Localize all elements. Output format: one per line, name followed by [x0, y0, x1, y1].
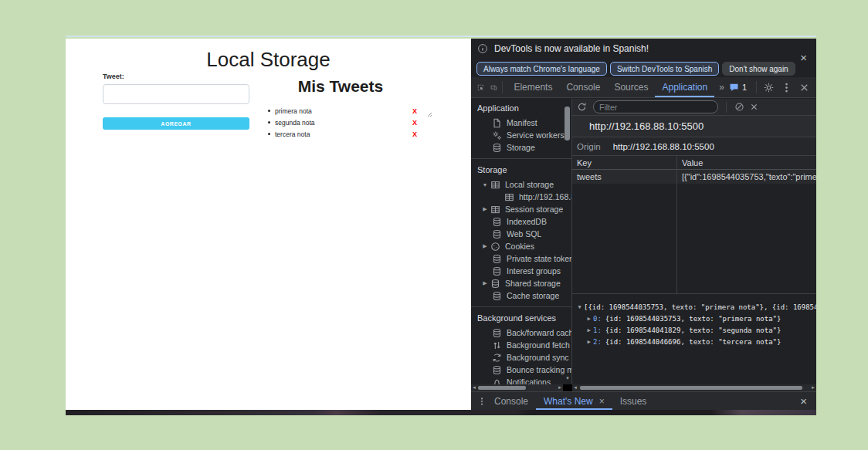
collapse-arrow-icon[interactable]: ▼ — [575, 304, 584, 310]
expand-arrow-icon[interactable]: ▶ — [480, 243, 490, 249]
expand-arrow-icon[interactable]: ▶ — [585, 339, 593, 345]
issues-chat-icon[interactable] — [729, 83, 739, 93]
scroll-left-arrow-icon[interactable]: ◄ — [471, 384, 477, 391]
tweet-form: Tweet: AGREGAR — [103, 73, 249, 130]
entry-value: {id: 1698544046696, texto: "tercera nota… — [605, 338, 782, 346]
webpage: Local Storage Tweet: AGREGAR Mis Tweets … — [66, 39, 471, 410]
column-value[interactable]: Value — [676, 158, 816, 167]
sidebar-item-local-storage[interactable]: ▼ Local storage — [471, 178, 571, 191]
bell-icon — [492, 377, 502, 385]
database-icon — [492, 254, 502, 264]
sidebar-item-interest-groups[interactable]: Interest groups — [471, 265, 571, 277]
scrollbar-thumb[interactable] — [580, 386, 802, 390]
devtools-close-icon[interactable] — [798, 82, 810, 93]
inspect-element-icon[interactable] — [477, 82, 484, 93]
more-tabs-icon[interactable]: » — [714, 82, 729, 93]
column-key[interactable]: Key — [572, 158, 676, 167]
sidebar-item-background-fetch[interactable]: Background fetch — [471, 339, 571, 351]
scrollbar-down-arrow-icon[interactable]: ▼ — [565, 375, 571, 381]
scrollbar-row: ◄ ► ◄ ► — [471, 384, 816, 391]
add-tweet-button[interactable]: AGREGAR — [103, 117, 249, 130]
tweet-text: segunda nota — [275, 119, 315, 127]
dont-show-again-button[interactable]: Don't show again — [722, 62, 795, 76]
language-infobar: DevTools is now available in Spanish! × … — [471, 39, 816, 78]
database-icon — [492, 229, 502, 239]
device-toolbar-icon[interactable] — [490, 82, 497, 93]
delete-selected-icon[interactable] — [749, 102, 759, 112]
sidebar-item-private-state-tokens[interactable]: Private state tokens — [471, 252, 571, 265]
delete-tweet-button[interactable]: X — [412, 107, 417, 115]
textarea-resize-icon[interactable] — [427, 107, 432, 112]
drawer-close-icon[interactable]: × — [800, 394, 807, 408]
filter-input[interactable] — [593, 100, 718, 113]
devtools-panel: DevTools is now available in Spanish! × … — [471, 39, 816, 410]
sidebar-horizontal-scrollbar[interactable]: ◄ ► — [471, 384, 563, 391]
scroll-left-arrow-icon[interactable]: ◄ — [572, 384, 578, 391]
clear-all-icon[interactable] — [734, 102, 744, 112]
table-row[interactable]: tweets [{"id":1698544035753,"texto":"pri… — [572, 170, 816, 184]
delete-tweet-button[interactable]: X — [412, 119, 417, 127]
expand-arrow-icon[interactable]: ▼ — [480, 182, 490, 188]
tab-console[interactable]: Console — [559, 77, 607, 97]
infobar-close-icon[interactable]: × — [800, 51, 807, 64]
whats-new-close-icon[interactable]: × — [599, 396, 605, 407]
sidebar-vertical-scrollbar[interactable] — [565, 107, 570, 140]
expand-arrow-icon[interactable]: ▶ — [480, 280, 490, 286]
column-divider[interactable] — [676, 156, 677, 293]
entry-index: 2: — [593, 338, 602, 346]
sidebar-item-service-workers[interactable]: Service workers — [471, 129, 571, 141]
sidebar-item-shared-storage[interactable]: ▶ Shared storage — [471, 277, 571, 289]
sidebar-item-cookies[interactable]: ▶ Cookies — [471, 240, 571, 252]
tab-sources[interactable]: Sources — [607, 77, 655, 97]
sidebar-item-bounce-tracking[interactable]: Bounce tracking mitigations — [471, 364, 571, 376]
delete-tweet-button[interactable]: X — [412, 130, 417, 138]
tweet-input[interactable] — [103, 84, 249, 104]
divider — [756, 81, 757, 93]
drawer-tab-issues[interactable]: Issues — [612, 392, 655, 410]
refresh-icon[interactable] — [577, 102, 587, 112]
origin-value: http://192.168.88.10:5500 — [613, 142, 714, 151]
expand-arrow-icon[interactable]: ▶ — [585, 316, 593, 322]
database-icon — [492, 365, 502, 375]
sidebar-item-back-forward-cache[interactable]: Back/forward cache — [471, 327, 571, 339]
settings-gear-icon[interactable] — [763, 82, 775, 93]
tab-elements[interactable]: Elements — [507, 77, 559, 97]
expand-arrow-icon[interactable]: ▶ — [585, 327, 593, 333]
devtools-tabbar: Elements Console Sources Application » 1 — [471, 77, 816, 98]
sidebar-item-background-sync[interactable]: Background sync — [471, 351, 571, 364]
expand-arrow-icon[interactable]: ▶ — [480, 206, 490, 212]
storage-toolbar — [572, 99, 816, 116]
database-icon — [492, 217, 502, 227]
tweet-text: primera nota — [275, 107, 312, 115]
sidebar-item-storage[interactable]: Storage — [471, 141, 571, 154]
gears-icon — [492, 130, 502, 140]
scroll-right-arrow-icon[interactable]: ► — [557, 384, 563, 391]
tweet-list: Mis Tweets primera nota X segunda nota X… — [260, 77, 421, 140]
drawer-tab-console[interactable]: Console — [487, 392, 536, 410]
storage-url-header: http://192.168.88.10:5500 — [572, 116, 816, 137]
scrollbar-thumb[interactable] — [478, 386, 526, 390]
switch-spanish-button[interactable]: Switch DevTools to Spanish — [610, 62, 719, 76]
drawer-tab-whats-new[interactable]: What's New × — [536, 392, 612, 410]
divider — [502, 81, 503, 93]
tab-application[interactable]: Application — [655, 77, 714, 97]
sidebar-item-indexeddb[interactable]: IndexedDB — [471, 215, 571, 228]
page-title: Local Storage — [66, 48, 471, 72]
sidebar-item-local-storage-origin[interactable]: http://192.168.88.10:5500 — [471, 191, 571, 203]
scrollbar-corner — [563, 384, 572, 391]
match-language-button[interactable]: Always match Chrome's language — [476, 62, 607, 76]
more-options-icon[interactable] — [781, 82, 792, 93]
sidebar-item-session-storage[interactable]: ▶ Session storage — [471, 203, 571, 215]
tweet-label: Tweet: — [103, 73, 249, 80]
scroll-right-arrow-icon[interactable]: ► — [810, 384, 816, 391]
origin-row: Origin http://192.168.88.10:5500 — [572, 137, 816, 156]
bullet-icon — [268, 121, 270, 123]
sidebar-item-cache-storage[interactable]: Cache storage — [471, 289, 571, 302]
sidebar-item-notifications[interactable]: Notifications — [471, 376, 571, 384]
drawer-menu-icon[interactable] — [477, 396, 487, 407]
sidebar-item-manifest[interactable]: Manifest — [471, 117, 571, 129]
section-title-background-services: Background services — [471, 309, 571, 327]
up-down-arrows-icon — [492, 340, 502, 350]
sidebar-item-web-sql[interactable]: Web SQL — [471, 228, 571, 240]
panel-horizontal-scrollbar[interactable]: ◄ ► — [572, 384, 816, 391]
